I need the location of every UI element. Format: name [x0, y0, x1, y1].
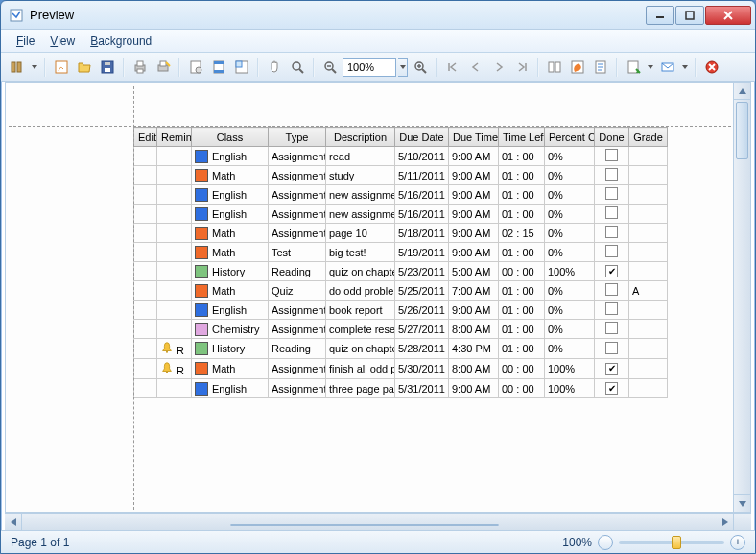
open-button[interactable]	[74, 57, 95, 78]
zoom-input[interactable]: 100%	[343, 58, 396, 77]
zoom-in-button[interactable]	[410, 57, 431, 78]
minimize-button[interactable]	[646, 6, 674, 25]
cell: 5/18/2011	[395, 224, 449, 243]
column-header: Done	[595, 128, 629, 147]
page-setup-button[interactable]	[185, 57, 206, 78]
svg-rect-12	[160, 61, 166, 66]
cell	[134, 339, 157, 359]
color-button[interactable]	[567, 57, 588, 78]
scroll-right-arrow[interactable]	[717, 514, 734, 530]
email-button[interactable]	[657, 57, 678, 78]
svg-point-20	[293, 62, 300, 70]
column-header: Time Left	[499, 128, 545, 147]
cell: 9:00 AM	[449, 379, 499, 398]
cell: study	[326, 166, 395, 185]
svg-point-14	[196, 67, 201, 73]
find-dropdown[interactable]	[30, 57, 39, 78]
multipage-button[interactable]	[544, 57, 565, 78]
svg-rect-9	[137, 61, 143, 66]
cell: 100%	[545, 379, 595, 398]
cell: quiz on chapte	[326, 262, 395, 281]
cell: 00 : 00	[499, 379, 545, 398]
first-page-button[interactable]	[442, 57, 463, 78]
scroll-thumb[interactable]	[736, 102, 748, 159]
cell: 5/25/2011	[395, 281, 449, 301]
hand-tool-button[interactable]	[264, 57, 285, 78]
maximize-button[interactable]	[675, 6, 704, 25]
cell: 01 : 00	[499, 301, 545, 320]
cell: 5/31/2011	[395, 379, 449, 398]
cell	[157, 262, 192, 281]
cell: 0%	[545, 339, 595, 359]
titlebar[interactable]: Preview	[1, 1, 755, 30]
quick-print-button[interactable]	[153, 57, 174, 78]
scroll-left-arrow[interactable]	[5, 514, 22, 530]
menu-file[interactable]: File	[9, 32, 42, 51]
export-dropdown[interactable]	[646, 57, 655, 78]
statusbar: Page 1 of 1 100% − +	[1, 530, 755, 553]
save-button[interactable]	[97, 57, 118, 78]
thumbnails-button[interactable]	[51, 57, 72, 78]
zoom-slider-knob[interactable]	[672, 536, 681, 549]
cell: 5/28/2011	[395, 339, 449, 359]
page-preview[interactable]: EditReminClassTypeDescriptionDue DateDue…	[6, 83, 733, 512]
export-document-button[interactable]	[623, 57, 644, 78]
cell	[595, 205, 629, 224]
last-page-button[interactable]	[511, 57, 532, 78]
cell	[157, 147, 192, 166]
cell: English	[192, 185, 269, 205]
exit-button[interactable]	[701, 57, 722, 78]
cell	[134, 243, 157, 262]
scroll-up-arrow[interactable]	[734, 83, 750, 100]
zoom-dropdown[interactable]	[398, 58, 408, 77]
vertical-scrollbar[interactable]	[733, 83, 750, 512]
svg-rect-10	[137, 69, 143, 73]
cell	[595, 243, 629, 262]
scale-button[interactable]	[231, 57, 252, 78]
cell: Test	[269, 243, 326, 262]
cell: 5:00 AM	[449, 262, 499, 281]
zoom-out-button[interactable]	[319, 57, 341, 78]
next-page-button[interactable]	[488, 57, 509, 78]
find-button[interactable]	[7, 57, 28, 78]
cell: ✔	[595, 262, 629, 281]
horizontal-scrollbar[interactable]	[5, 513, 751, 530]
zoom-out-status-button[interactable]: −	[598, 535, 613, 550]
cell	[134, 359, 157, 379]
magnifier-button[interactable]	[287, 57, 308, 78]
cell: 9:00 AM	[449, 224, 499, 243]
svg-rect-27	[628, 61, 638, 73]
cell: 9:00 AM	[449, 301, 499, 320]
cell: 5/27/2011	[395, 320, 449, 339]
header-footer-button[interactable]	[208, 57, 229, 78]
cell	[157, 224, 192, 243]
hscroll-thumb[interactable]	[230, 524, 499, 526]
cell: complete rese	[326, 320, 395, 339]
table-row: MathAssignmentpage 105/18/20119:00 AM02 …	[134, 224, 668, 243]
cell	[629, 166, 668, 185]
column-header: Due Time	[449, 128, 499, 147]
cell	[595, 339, 629, 359]
cell	[157, 301, 192, 320]
print-button[interactable]	[130, 57, 151, 78]
cell: 8:00 AM	[449, 359, 499, 379]
menu-view[interactable]: View	[42, 32, 83, 51]
close-button[interactable]	[705, 6, 751, 25]
email-dropdown[interactable]	[680, 57, 690, 78]
zoom-slider[interactable]	[619, 541, 724, 544]
prev-page-button[interactable]	[465, 57, 486, 78]
content-area: EditReminClassTypeDescriptionDue DateDue…	[5, 82, 751, 513]
scroll-down-arrow[interactable]	[734, 494, 750, 512]
svg-rect-23	[549, 62, 554, 72]
column-header: Edit	[134, 128, 157, 147]
svg-rect-17	[214, 70, 224, 73]
cell	[134, 147, 157, 166]
app-icon	[9, 8, 24, 23]
svg-point-31	[166, 372, 168, 373]
cell	[134, 224, 157, 243]
watermark-button[interactable]	[590, 57, 611, 78]
cell: book report	[326, 301, 395, 320]
svg-rect-2	[12, 62, 15, 72]
menu-background[interactable]: Background	[83, 32, 159, 51]
zoom-in-status-button[interactable]: +	[730, 535, 745, 550]
